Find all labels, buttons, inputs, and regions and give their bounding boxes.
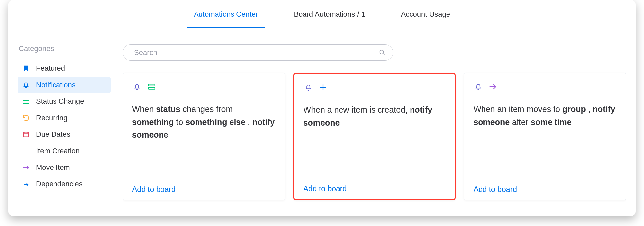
recur-icon bbox=[22, 114, 30, 122]
sidebar-item-status-change[interactable]: Status Change bbox=[18, 93, 111, 110]
sidebar-item-featured[interactable]: Featured bbox=[18, 60, 111, 77]
tab-board-automations-1[interactable]: Board Automations / 1 bbox=[286, 0, 372, 28]
top-tabs: Automations CenterBoard Automations / 1A… bbox=[8, 0, 636, 28]
svg-line-10 bbox=[383, 54, 385, 55]
bell-icon bbox=[22, 81, 30, 89]
categories-sidebar: Categories FeaturedNotificationsStatus C… bbox=[18, 44, 111, 216]
recipe-sentence: When an item moves to group , notify som… bbox=[473, 103, 617, 185]
svg-rect-12 bbox=[148, 87, 155, 89]
calendar-icon bbox=[22, 131, 30, 138]
categories-heading: Categories bbox=[18, 44, 111, 53]
recipe-sentence: When a new item is created, notify someo… bbox=[304, 103, 446, 184]
tab-automations-center[interactable]: Automations Center bbox=[187, 0, 265, 28]
svg-point-9 bbox=[380, 50, 384, 54]
plus-icon bbox=[22, 147, 30, 155]
bell-icon bbox=[304, 82, 313, 92]
sidebar-item-label: Move Item bbox=[36, 163, 70, 172]
sidebar-item-recurring[interactable]: Recurring bbox=[18, 110, 111, 126]
automation-card[interactable]: When an item moves to group , notify som… bbox=[464, 73, 626, 200]
sidebar-item-label: Featured bbox=[36, 64, 65, 73]
recipe-sentence: When status changes from something to so… bbox=[132, 103, 276, 185]
sidebar-item-label: Dependencies bbox=[36, 180, 83, 188]
svg-rect-2 bbox=[24, 132, 29, 137]
search-input[interactable] bbox=[134, 48, 379, 57]
add-to-board-button[interactable]: Add to board bbox=[132, 185, 176, 194]
sidebar-item-due-dates[interactable]: Due Dates bbox=[18, 126, 111, 143]
bell-icon bbox=[132, 82, 142, 92]
arrow-icon bbox=[488, 82, 498, 92]
svg-rect-0 bbox=[23, 99, 29, 101]
sidebar-item-label: Status Change bbox=[36, 97, 84, 106]
sidebar-item-label: Due Dates bbox=[36, 130, 70, 139]
add-to-board-button[interactable]: Add to board bbox=[473, 185, 517, 194]
dep-icon bbox=[22, 180, 30, 188]
sidebar-item-notifications[interactable]: Notifications bbox=[18, 77, 111, 93]
svg-rect-1 bbox=[23, 102, 29, 104]
add-to-board-button[interactable]: Add to board bbox=[304, 184, 347, 193]
status-icon bbox=[22, 97, 30, 105]
sidebar-item-label: Item Creation bbox=[36, 147, 80, 155]
status-icon bbox=[147, 82, 157, 92]
bookmark-icon bbox=[22, 64, 30, 72]
automation-card[interactable]: When a new item is created, notify someo… bbox=[293, 73, 456, 200]
plus-icon bbox=[318, 82, 328, 92]
search-icon bbox=[379, 49, 386, 56]
tab-account-usage[interactable]: Account Usage bbox=[394, 0, 457, 28]
sidebar-item-dependencies[interactable]: Dependencies bbox=[18, 176, 111, 192]
sidebar-item-label: Recurring bbox=[36, 114, 67, 122]
sidebar-item-item-creation[interactable]: Item Creation bbox=[18, 143, 111, 159]
bell-icon bbox=[473, 82, 483, 92]
sidebar-item-move-item[interactable]: Move Item bbox=[18, 159, 111, 176]
search-input-wrapper[interactable] bbox=[123, 44, 393, 61]
automation-card[interactable]: When status changes from something to so… bbox=[123, 73, 285, 200]
svg-rect-11 bbox=[148, 84, 155, 86]
arrow-icon bbox=[22, 164, 30, 171]
sidebar-item-label: Notifications bbox=[36, 81, 76, 89]
